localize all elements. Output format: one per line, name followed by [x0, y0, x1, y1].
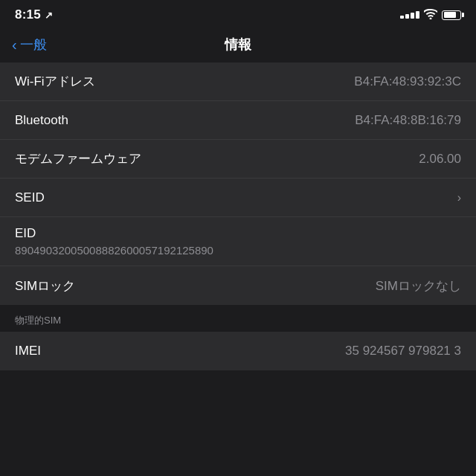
imei-value: 35 924567 979821 3 [345, 344, 461, 358]
settings-content: Wi-Fiアドレス B4:FA:48:93:92:3C Bluetooth B4… [0, 62, 476, 370]
status-icons [400, 9, 461, 22]
bluetooth-row: Bluetooth B4:FA:48:8B:16:79 [0, 101, 476, 140]
seid-label: SEID [15, 190, 45, 205]
status-bar: 8:15 ↗ [0, 0, 476, 27]
eid-value: 89049032005008882600057192125890 [15, 244, 213, 257]
back-chevron-icon: ‹ [12, 37, 17, 52]
modem-firmware-value: 2.06.00 [419, 152, 461, 167]
settings-group-imei: IMEI 35 924567 979821 3 [0, 332, 476, 370]
physical-sim-section: 物理的SIM [0, 305, 476, 332]
eid-row: EID 89049032005008882600057192125890 [0, 217, 476, 266]
back-label: 一般 [20, 36, 47, 54]
modem-firmware-label: モデムファームウェア [15, 150, 141, 167]
status-time: 8:15 ↗ [15, 7, 53, 22]
seid-chevron-icon: › [457, 191, 461, 205]
battery-icon [442, 10, 461, 20]
bluetooth-label: Bluetooth [15, 113, 68, 128]
seid-row[interactable]: SEID › [0, 178, 476, 217]
sim-lock-value: SIMロックなし [376, 277, 461, 295]
settings-group-main: Wi-Fiアドレス B4:FA:48:93:92:3C Bluetooth B4… [0, 62, 476, 305]
bluetooth-value: B4:FA:48:8B:16:79 [355, 113, 461, 128]
page-title: 情報 [225, 36, 251, 54]
wifi-address-label: Wi-Fiアドレス [15, 73, 95, 90]
imei-row: IMEI 35 924567 979821 3 [0, 332, 476, 370]
physical-sim-label: 物理的SIM [15, 314, 61, 327]
modem-firmware-row: モデムファームウェア 2.06.00 [0, 140, 476, 178]
seid-value: › [457, 191, 461, 205]
eid-label: EID [15, 226, 36, 241]
sim-lock-row: SIMロック SIMロックなし [0, 266, 476, 305]
nav-bar: ‹ 一般 情報 [0, 27, 476, 62]
wifi-address-row: Wi-Fiアドレス B4:FA:48:93:92:3C [0, 62, 476, 101]
signal-icon [400, 11, 419, 19]
imei-label: IMEI [15, 344, 41, 358]
back-button[interactable]: ‹ 一般 [12, 36, 47, 54]
wifi-address-value: B4:FA:48:93:92:3C [354, 74, 461, 89]
sim-lock-label: SIMロック [15, 277, 75, 295]
wifi-icon [424, 9, 437, 22]
